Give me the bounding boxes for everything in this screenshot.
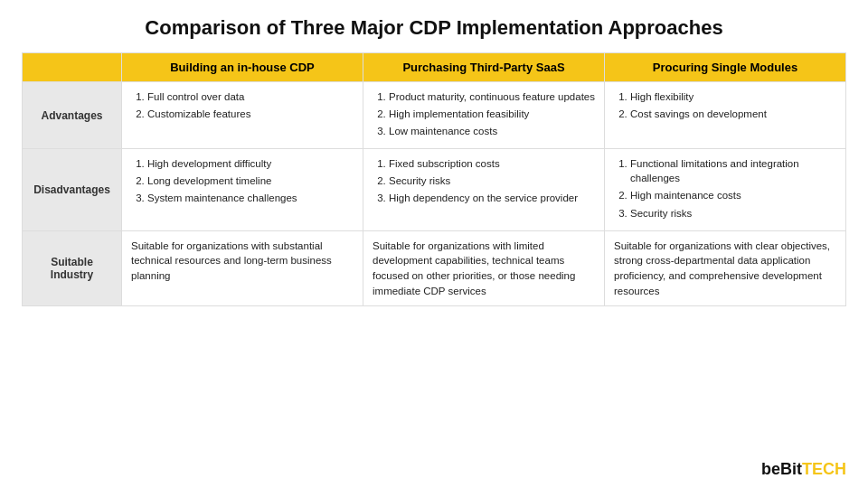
list-item: High flexibility	[630, 89, 836, 104]
list-item: High maintenance costs	[630, 188, 836, 202]
brand-prefix: beBit	[761, 460, 802, 478]
row-label-1: Disadvantages	[23, 149, 122, 230]
cell-row1-col2: Functional limitations and integration c…	[605, 149, 846, 230]
cell-row0-col0: Full control over dataCustomizable featu…	[122, 82, 363, 149]
comparison-table: Building an in-house CDP Purchasing Thir…	[22, 52, 846, 306]
list-item: System maintenance challenges	[147, 191, 354, 205]
list-item: Product maturity, continuous feature upd…	[389, 89, 595, 104]
footer: beBitTECH	[22, 455, 846, 479]
cell-row2-col2: Suitable for organizations with clear ob…	[605, 230, 846, 306]
cell-row0-col1: Product maturity, continuous feature upd…	[363, 82, 605, 149]
cell-row1-col0: High development difficultyLong developm…	[122, 149, 363, 230]
cell-row2-col1: Suitable for organizations with limited …	[363, 230, 605, 306]
brand-suffix: TECH	[802, 460, 846, 478]
list-item: High development difficulty	[147, 156, 354, 171]
cell-text: Suitable for organizations with substant…	[131, 239, 354, 284]
list-item: High dependency on the service provider	[389, 191, 595, 205]
brand-logo: beBitTECH	[761, 460, 846, 479]
header-empty	[23, 53, 122, 82]
cell-row0-col2: High flexibilityCost savings on developm…	[605, 82, 846, 149]
list-item: Functional limitations and integration c…	[630, 156, 836, 185]
header-col1: Building an in-house CDP	[122, 53, 363, 82]
list-item: Full control over data	[147, 89, 354, 104]
list-item: Customizable features	[147, 107, 354, 121]
header-col3: Procuring Single Modules	[605, 53, 846, 82]
cell-text: Suitable for organizations with clear ob…	[614, 239, 836, 299]
list-item: Cost savings on development	[630, 107, 836, 121]
row-label-0: Advantages	[23, 82, 122, 149]
cell-text: Suitable for organizations with limited …	[373, 239, 595, 299]
comparison-table-wrapper: Building an in-house CDP Purchasing Thir…	[22, 52, 846, 455]
page-title: Comparison of Three Major CDP Implementa…	[145, 16, 722, 40]
header-col2: Purchasing Third-Party SaaS	[363, 53, 605, 82]
cell-row1-col1: Fixed subscription costsSecurity risksHi…	[363, 149, 605, 230]
row-label-2: Suitable Industry	[23, 230, 122, 306]
list-item: Security risks	[630, 206, 836, 221]
list-item: Low maintenance costs	[389, 124, 595, 138]
list-item: High implementation feasibility	[389, 107, 595, 121]
list-item: Security risks	[389, 174, 595, 188]
cell-row2-col0: Suitable for organizations with substant…	[122, 230, 363, 306]
list-item: Long development timeline	[147, 174, 354, 188]
list-item: Fixed subscription costs	[389, 156, 595, 171]
